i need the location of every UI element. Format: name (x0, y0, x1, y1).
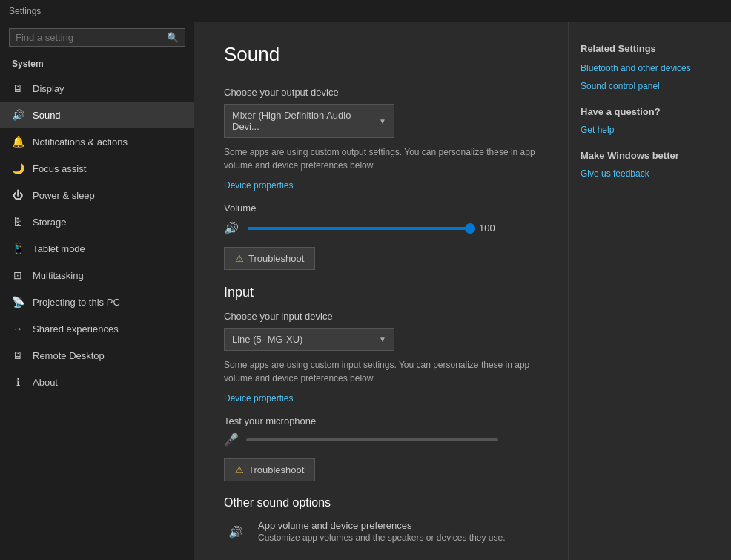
bluetooth-link[interactable]: Bluetooth and other devices (580, 63, 719, 73)
remote-icon: 🖥 (12, 349, 24, 361)
speaker-icon: 🔊 (224, 221, 239, 235)
input-device-properties-link[interactable]: Device properties (224, 393, 293, 403)
sidebar-item-multitasking[interactable]: ⊡ Multitasking (0, 262, 194, 289)
sidebar-item-power-label: Power & sleep (33, 190, 95, 201)
output-troubleshoot-label: Troubleshoot (248, 253, 304, 264)
sidebar: 🔍 System 🖥 Display 🔊 Sound 🔔 Notificatio… (0, 22, 194, 560)
volume-label: Volume (224, 202, 538, 214)
input-troubleshoot-label: Troubleshoot (248, 464, 304, 475)
power-icon: ⏻ (12, 189, 24, 201)
shared-icon: ↔ (12, 323, 24, 335)
storage-icon: 🗄 (12, 216, 24, 228)
focus-icon: 🌙 (12, 162, 24, 174)
volume-thumb[interactable] (465, 223, 475, 234)
make-windows-better-title: Make Windows better (580, 150, 719, 161)
app-volume-text-group: App volume and device preferences Custom… (258, 520, 506, 544)
microphone-icon: 🎤 (224, 432, 239, 447)
title-bar: Settings (0, 0, 731, 22)
app-volume-icon-box: 🔊 (224, 520, 248, 544)
sidebar-item-shared[interactable]: ↔ Shared experiences (0, 315, 194, 342)
display-icon: 🖥 (12, 82, 24, 94)
input-info-text: Some apps are using custom input setting… (224, 358, 535, 385)
sidebar-item-tablet-label: Tablet mode (33, 243, 85, 254)
search-input[interactable] (16, 32, 167, 43)
title-bar-label: Settings (9, 6, 41, 16)
related-settings-title: Related Settings (580, 43, 719, 54)
sidebar-item-storage-label: Storage (33, 217, 67, 228)
other-sound-title: Other sound options (224, 496, 538, 510)
sidebar-item-power[interactable]: ⏻ Power & sleep (0, 182, 194, 208)
sidebar-item-display[interactable]: 🖥 Display (0, 75, 194, 102)
input-section-title: Input (224, 285, 538, 300)
sidebar-item-about-label: About (33, 377, 58, 388)
input-device-value: Line (5- MG-XU) (232, 334, 302, 345)
notifications-icon: 🔔 (12, 136, 24, 148)
get-help-link[interactable]: Get help (580, 125, 719, 135)
output-info-text: Some apps are using custom output settin… (224, 145, 535, 172)
sidebar-item-focus-label: Focus assist (33, 163, 86, 174)
projecting-icon: 📡 (12, 296, 24, 308)
input-device-dropdown[interactable]: Line (5- MG-XU) ▼ (224, 328, 394, 351)
sidebar-item-about[interactable]: ℹ About (0, 369, 194, 395)
volume-slider[interactable] (248, 227, 470, 230)
page-title: Sound (224, 43, 538, 66)
sidebar-item-remote[interactable]: 🖥 Remote Desktop (0, 342, 194, 369)
sidebar-item-display-label: Display (33, 83, 64, 94)
sidebar-item-tablet[interactable]: 📱 Tablet mode (0, 235, 194, 262)
feedback-link[interactable]: Give us feedback (580, 168, 719, 179)
sound-icon: 🔊 (12, 109, 24, 121)
sidebar-item-storage[interactable]: 🗄 Storage (0, 208, 194, 235)
app-volume-icon: 🔊 (228, 525, 243, 539)
app-container: 🔍 System 🖥 Display 🔊 Sound 🔔 Notificatio… (0, 22, 731, 560)
output-section-label: Choose your output device (224, 87, 538, 98)
about-icon: ℹ (12, 376, 24, 388)
app-volume-option: 🔊 App volume and device preferences Cust… (224, 520, 538, 544)
search-box[interactable]: 🔍 (9, 28, 185, 47)
warning-icon-2: ⚠ (235, 464, 244, 475)
sidebar-item-notifications[interactable]: 🔔 Notifications & actions (0, 128, 194, 155)
multitasking-icon: ⊡ (12, 269, 24, 281)
main-content: Sound Choose your output device Mixer (H… (194, 22, 568, 560)
mic-test-row: 🎤 (224, 432, 538, 447)
app-volume-subtext: Customize app volumes and the speakers o… (258, 531, 506, 544)
output-device-value: Mixer (High Definition Audio Devi... (232, 110, 379, 132)
input-section-label: Choose your input device (224, 311, 538, 322)
mic-level-bar (246, 438, 498, 441)
tablet-icon: 📱 (12, 243, 24, 254)
search-icon: 🔍 (167, 32, 179, 43)
sidebar-item-notifications-label: Notifications & actions (33, 136, 128, 148)
sidebar-item-sound-label: Sound (33, 110, 61, 121)
sidebar-item-remote-label: Remote Desktop (33, 350, 105, 361)
sidebar-item-focus[interactable]: 🌙 Focus assist (0, 155, 194, 182)
sidebar-item-shared-label: Shared experiences (33, 323, 119, 335)
app-volume-label[interactable]: App volume and device preferences (258, 520, 506, 531)
test-mic-label: Test your microphone (224, 415, 538, 426)
volume-row: 🔊 100 (224, 221, 538, 235)
sidebar-item-projecting[interactable]: 📡 Projecting to this PC (0, 289, 194, 315)
sidebar-item-sound[interactable]: 🔊 Sound (0, 102, 194, 128)
sound-control-link[interactable]: Sound control panel (580, 81, 719, 91)
warning-icon: ⚠ (235, 253, 244, 264)
sidebar-item-multitasking-label: Multitasking (33, 270, 84, 281)
sidebar-item-projecting-label: Projecting to this PC (33, 297, 120, 308)
output-troubleshoot-button[interactable]: ⚠ Troubleshoot (224, 247, 315, 270)
system-label: System (0, 56, 194, 75)
chevron-down-icon-2: ▼ (379, 335, 386, 343)
output-device-dropdown[interactable]: Mixer (High Definition Audio Devi... ▼ (224, 104, 394, 138)
right-panel: Related Settings Bluetooth and other dev… (568, 22, 731, 560)
volume-value: 100 (479, 223, 501, 234)
chevron-down-icon: ▼ (379, 117, 386, 125)
output-device-properties-link[interactable]: Device properties (224, 180, 293, 191)
input-troubleshoot-button[interactable]: ⚠ Troubleshoot (224, 458, 315, 481)
have-question-title: Have a question? (580, 106, 719, 117)
volume-fill (248, 227, 470, 230)
